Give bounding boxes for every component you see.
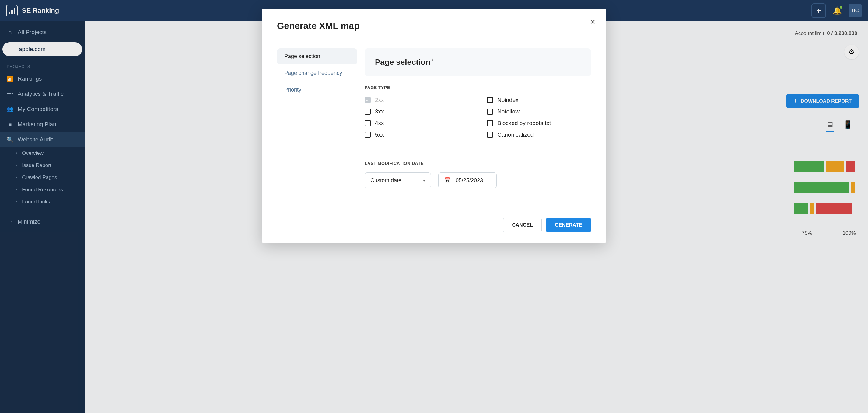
checkbox-icon xyxy=(487,120,493,126)
chevron-down-icon: ▾ xyxy=(423,178,425,183)
calendar-icon: 📅 xyxy=(444,177,451,184)
divider xyxy=(365,198,591,198)
modal-content: Page selection i PAGE TYPE ✓ 2xx 3xx xyxy=(365,48,591,207)
divider xyxy=(277,39,591,40)
checkbox-icon xyxy=(487,97,493,103)
date-input[interactable]: 📅 05/25/2023 xyxy=(438,172,497,188)
checkbox-nofollow[interactable]: Nofollow xyxy=(487,108,591,115)
checkbox-3xx[interactable]: 3xx xyxy=(365,108,469,115)
checkbox-icon xyxy=(487,109,493,115)
checkbox-5xx[interactable]: 5xx xyxy=(365,131,469,138)
content-title: Page selection xyxy=(375,58,430,67)
close-button[interactable]: ✕ xyxy=(590,18,595,26)
cancel-button[interactable]: CANCEL xyxy=(503,218,541,232)
checkbox-icon xyxy=(365,120,371,126)
modal-title: Generate XML map xyxy=(277,21,591,31)
nav-priority[interactable]: Priority xyxy=(277,82,357,98)
checkbox-4xx[interactable]: 4xx xyxy=(365,120,469,127)
checkbox-noindex[interactable]: Noindex xyxy=(487,97,591,103)
info-icon[interactable]: i xyxy=(432,58,433,62)
checkbox-canonicalized[interactable]: Canonicalized xyxy=(487,131,591,138)
checkbox-blocked-robots[interactable]: Blocked by robots.txt xyxy=(487,120,591,127)
modal-generate-xml: ✕ Generate XML map Page selection Page c… xyxy=(262,8,606,243)
checkbox-icon xyxy=(365,132,371,138)
nav-page-selection[interactable]: Page selection xyxy=(277,48,357,65)
checkbox-icon xyxy=(365,109,371,115)
last-mod-label: LAST MODIFICATION DATE xyxy=(365,161,591,166)
content-header: Page selection i xyxy=(365,48,591,76)
checkbox-icon xyxy=(487,132,493,138)
checkbox-2xx: ✓ 2xx xyxy=(365,97,469,103)
modal-overlay: ✕ Generate XML map Page selection Page c… xyxy=(0,0,868,413)
generate-button[interactable]: GENERATE xyxy=(546,218,591,232)
checkbox-icon: ✓ xyxy=(365,97,371,103)
modal-nav: Page selection Page change frequency Pri… xyxy=(277,48,357,207)
divider xyxy=(365,152,591,152)
close-icon: ✕ xyxy=(590,18,595,26)
date-mode-select[interactable]: Custom date ▾ xyxy=(365,172,431,188)
page-type-label: PAGE TYPE xyxy=(365,85,591,90)
nav-page-change-frequency[interactable]: Page change frequency xyxy=(277,65,357,81)
modal-footer: CANCEL GENERATE xyxy=(277,218,591,232)
